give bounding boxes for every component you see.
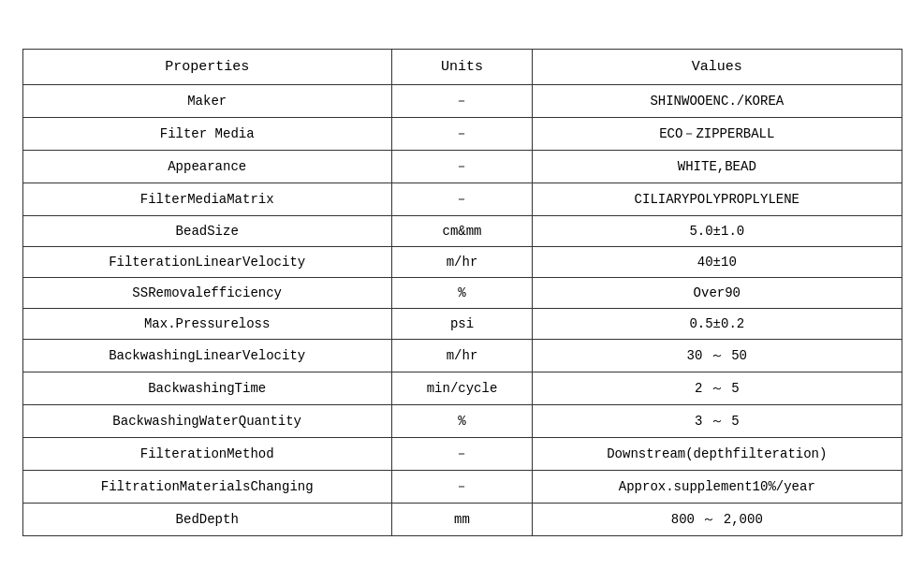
table-row: FiltrationMaterialsChanging－Approx.suppl…	[22, 470, 902, 503]
cell-property: Max.Pressureloss	[22, 308, 391, 339]
table-row: FilterationLinearVelocitym/hr40±10	[22, 246, 902, 277]
table-row: Appearance－WHITE,BEAD	[22, 150, 902, 182]
cell-property: BackwashingLinearVelocity	[22, 339, 391, 372]
cell-property: Maker	[22, 84, 391, 117]
table-row: Filter Media－ECO－ZIPPERBALL	[22, 117, 902, 150]
cell-property: FiltrationMaterialsChanging	[22, 470, 391, 503]
table-row: BedDepthmm800 ～ 2,000	[22, 503, 902, 535]
cell-value: ECO－ZIPPERBALL	[533, 117, 902, 150]
cell-property: SSRemovalefficiency	[22, 277, 391, 308]
main-container: Properties Units Values Maker－SHINWOOENC…	[22, 49, 902, 536]
table-row: BackwashingTimemin/cycle2 ～ 5	[22, 372, 902, 404]
cell-units: －	[391, 117, 532, 150]
cell-units: m/hr	[391, 339, 532, 372]
cell-value: 2 ～ 5	[533, 372, 902, 404]
cell-value: 0.5±0.2	[533, 308, 902, 339]
cell-value: WHITE,BEAD	[533, 150, 902, 182]
cell-value: 3 ～ 5	[533, 404, 902, 437]
cell-property: BeadSize	[22, 215, 391, 246]
cell-units: min/cycle	[391, 372, 532, 404]
table-row: FilterationMethod－Downstream(depthfilter…	[22, 437, 902, 470]
table-header-row: Properties Units Values	[22, 49, 902, 84]
cell-property: FilterMediaMatrix	[22, 182, 391, 215]
cell-units: %	[391, 277, 532, 308]
header-properties: Properties	[22, 49, 391, 84]
cell-property: FilterationLinearVelocity	[22, 246, 391, 277]
cell-value: SHINWOOENC./KOREA	[533, 84, 902, 117]
cell-property: Appearance	[22, 150, 391, 182]
cell-value: Over90	[533, 277, 902, 308]
cell-property: FilterationMethod	[22, 437, 391, 470]
cell-value: CILIARYPOLYPROPLYLENE	[533, 182, 902, 215]
cell-units: －	[391, 182, 532, 215]
cell-units: m/hr	[391, 246, 532, 277]
cell-units: －	[391, 150, 532, 182]
cell-property: BackwashingWaterQuantity	[22, 404, 391, 437]
table-row: FilterMediaMatrix－CILIARYPOLYPROPLYLENE	[22, 182, 902, 215]
header-units: Units	[391, 49, 532, 84]
table-row: SSRemovalefficiency%Over90	[22, 277, 902, 308]
cell-property: BedDepth	[22, 503, 391, 535]
table-row: Maker－SHINWOOENC./KOREA	[22, 84, 902, 117]
cell-value: 5.0±1.0	[533, 215, 902, 246]
cell-property: Filter Media	[22, 117, 391, 150]
cell-value: 40±10	[533, 246, 902, 277]
cell-units: mm	[391, 503, 532, 535]
cell-units: psi	[391, 308, 532, 339]
table-row: BackwashingLinearVelocitym/hr30 ～ 50	[22, 339, 902, 372]
cell-property: BackwashingTime	[22, 372, 391, 404]
cell-units: －	[391, 437, 532, 470]
cell-value: Downstream(depthfilteration)	[533, 437, 902, 470]
table-row: Max.Pressurelosspsi0.5±0.2	[22, 308, 902, 339]
cell-value: Approx.supplement10%/year	[533, 470, 902, 503]
cell-units: cm&mm	[391, 215, 532, 246]
table-row: BeadSizecm&mm5.0±1.0	[22, 215, 902, 246]
cell-value: 30 ～ 50	[533, 339, 902, 372]
cell-units: －	[391, 470, 532, 503]
cell-units: －	[391, 84, 532, 117]
header-values: Values	[533, 49, 902, 84]
properties-table: Properties Units Values Maker－SHINWOOENC…	[22, 49, 902, 536]
cell-value: 800 ～ 2,000	[533, 503, 902, 535]
cell-units: %	[391, 404, 532, 437]
table-row: BackwashingWaterQuantity%3 ～ 5	[22, 404, 902, 437]
